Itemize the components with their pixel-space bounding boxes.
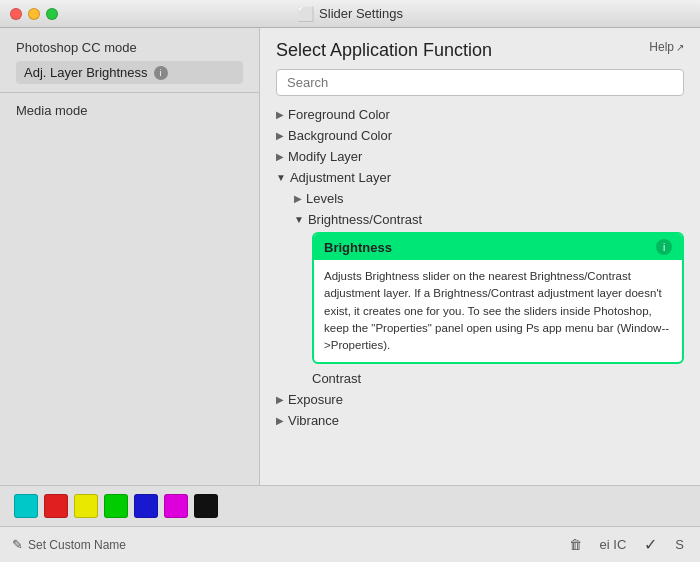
list-item-brightness-contrast[interactable]: ▼ Brightness/Contrast [276,209,684,230]
collapsed-arrow-icon: ▶ [276,130,284,141]
item-label: Adjustment Layer [290,170,391,185]
swatch-magenta[interactable] [164,494,188,518]
sidebar-media-mode[interactable]: Media mode [0,93,259,128]
sidebar-photoshop-section: Photoshop CC mode Adj. Layer Brightness … [0,28,259,92]
app-icon: ⬜ [297,6,314,22]
sidebar-item-label: Adj. Layer Brightness [24,65,148,80]
checkmark-icon: ✓ [644,536,657,553]
help-label: Help [649,40,674,54]
right-header: Select Application Function Help ↗ [260,28,700,69]
list-item-contrast[interactable]: Contrast [276,368,684,389]
list-item-exposure[interactable]: ▶ Exposure [276,389,684,410]
s-label: S [675,537,684,552]
list-item-adjustment-layer[interactable]: ▼ Adjustment Layer [276,167,684,188]
brightness-card[interactable]: Brightness i Adjusts Brightness slider o… [312,232,684,364]
collapsed-arrow-icon: ▶ [276,415,284,426]
function-list: ▶ Foreground Color ▶ Background Color ▶ … [260,104,700,485]
edit-ic-button[interactable]: ei IC [596,535,631,554]
panel-title: Select Application Function [276,40,492,61]
edit-ic-label: ei IC [600,537,627,552]
item-label: Modify Layer [288,149,362,164]
s-button[interactable]: S [671,535,688,554]
swatch-yellow[interactable] [74,494,98,518]
main-content: Photoshop CC mode Adj. Layer Brightness … [0,28,700,485]
help-link[interactable]: Help ↗ [649,40,684,54]
minimize-button[interactable] [28,8,40,20]
bottom-actions: 🗑 ei IC ✓ S [565,533,688,556]
collapsed-arrow-icon: ▶ [294,193,302,204]
item-label: Exposure [288,392,343,407]
item-label: Brightness/Contrast [308,212,422,227]
item-label: Foreground Color [288,107,390,122]
custom-name-label: Set Custom Name [28,538,126,552]
right-panel: Select Application Function Help ↗ ▶ For… [260,28,700,485]
item-label: Contrast [312,371,361,386]
brightness-card-header: Brightness i [314,234,682,260]
item-label: Levels [306,191,344,206]
sidebar-item-adj-layer-brightness[interactable]: Adj. Layer Brightness i [16,61,243,84]
confirm-button[interactable]: ✓ [640,533,661,556]
list-item-modify-layer[interactable]: ▶ Modify Layer [276,146,684,167]
list-item-background-color[interactable]: ▶ Background Color [276,125,684,146]
list-item-foreground-color[interactable]: ▶ Foreground Color [276,104,684,125]
sidebar: Photoshop CC mode Adj. Layer Brightness … [0,28,260,485]
search-container [260,69,700,104]
sidebar-section-title: Photoshop CC mode [16,40,243,55]
window-controls [10,8,58,20]
maximize-button[interactable] [46,8,58,20]
swatch-cyan[interactable] [14,494,38,518]
list-item-vibrance[interactable]: ▶ Vibrance [276,410,684,431]
brightness-info-icon[interactable]: i [656,239,672,255]
title-text: Slider Settings [319,6,403,21]
collapsed-arrow-icon: ▶ [276,394,284,405]
expanded-arrow-icon: ▼ [276,172,286,183]
delete-button[interactable]: 🗑 [565,535,586,554]
window-title: ⬜ Slider Settings [297,6,403,22]
color-swatches-bar [0,485,700,526]
item-label: Vibrance [288,413,339,428]
close-button[interactable] [10,8,22,20]
set-custom-name-button[interactable]: ✎ Set Custom Name [12,537,565,552]
collapsed-arrow-icon: ▶ [276,151,284,162]
edit-icon: ✎ [12,537,23,552]
brightness-description: Adjusts Brightness slider on the nearest… [314,260,682,362]
swatch-blue[interactable] [134,494,158,518]
list-item-levels[interactable]: ▶ Levels [276,188,684,209]
info-icon[interactable]: i [154,66,168,80]
item-label: Background Color [288,128,392,143]
swatch-black[interactable] [194,494,218,518]
brightness-title: Brightness [324,240,392,255]
bottom-bar: ✎ Set Custom Name 🗑 ei IC ✓ S [0,526,700,562]
external-link-icon: ↗ [676,42,684,53]
expanded-arrow-icon: ▼ [294,214,304,225]
search-input[interactable] [276,69,684,96]
swatch-red[interactable] [44,494,68,518]
swatch-green[interactable] [104,494,128,518]
title-bar: ⬜ Slider Settings [0,0,700,28]
media-mode-label: Media mode [16,103,88,118]
collapsed-arrow-icon: ▶ [276,109,284,120]
